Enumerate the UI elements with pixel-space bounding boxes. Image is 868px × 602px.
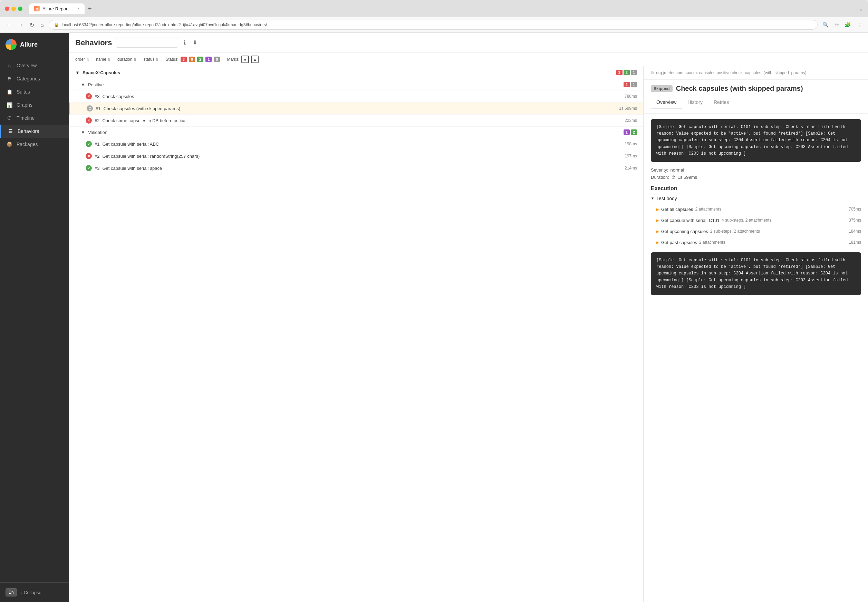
test-item-selected[interactable]: ⊘ #1 Check capsules (with skipped params… bbox=[69, 103, 643, 115]
behaviors-header: Behaviors ℹ ⬇ bbox=[69, 33, 868, 53]
step-name: Get capsule with serial: C101 bbox=[661, 218, 719, 223]
test-duration: 197ms bbox=[625, 154, 637, 158]
test-duration: 223ms bbox=[625, 118, 637, 123]
mark-stop-icon[interactable]: ■ bbox=[241, 55, 249, 63]
group-badge-failed: 3 bbox=[616, 70, 622, 75]
new-tab-button[interactable]: + bbox=[84, 4, 95, 14]
skipped-status-icon: ⊘ bbox=[87, 105, 93, 112]
subgroup-validation[interactable]: ▼ Validation 1 2 bbox=[69, 127, 643, 138]
subgroup-badge-failed: 2 bbox=[624, 82, 630, 88]
detail-body: [Sample: Get capsule with serial: C101 i… bbox=[644, 114, 868, 602]
close-traffic-light[interactable] bbox=[5, 6, 9, 11]
bookmark-icon[interactable]: ☆ bbox=[833, 20, 840, 29]
test-item[interactable]: ✕ #2 Check some capsules in DB before cr… bbox=[69, 115, 643, 127]
copy-icon[interactable]: ⧉ bbox=[651, 71, 654, 75]
test-item[interactable]: ✓ #1 Get capsule with serial: ABC 198ms bbox=[69, 138, 643, 150]
status-badge-skipped[interactable]: 0 bbox=[214, 57, 220, 62]
skipped-status-badge: Skipped bbox=[651, 85, 673, 92]
chevron-down-icon: ▼ bbox=[651, 197, 654, 200]
nav-actions: 🔍 ☆ 🧩 ⋮ bbox=[821, 20, 863, 29]
marks-label: Marks: bbox=[227, 57, 239, 62]
browser-tabs: A Allure Report × + bbox=[29, 3, 856, 14]
step-name: Get all capsules bbox=[661, 207, 693, 212]
step-item[interactable]: ▶ Get capsule with serial: C101 4 sub-st… bbox=[651, 215, 861, 226]
test-num: #1 bbox=[96, 106, 100, 111]
failed-status-icon: ✕ bbox=[86, 93, 92, 100]
status-badge-broken[interactable]: 0 bbox=[189, 57, 195, 62]
test-list: ▼ SpaceX-Capsules 3 2 1 ▼ Positive bbox=[69, 66, 644, 602]
behaviors-title: Behaviors bbox=[75, 38, 112, 47]
duration-label: Duration: bbox=[651, 175, 669, 180]
sidebar: Allure ⌂ Overview ⚑ Categories 📋 Suites … bbox=[0, 33, 69, 602]
search-input[interactable] bbox=[116, 38, 178, 48]
test-item[interactable]: ✓ #3 Get capsule with serial: space 214m… bbox=[69, 162, 643, 174]
maximize-traffic-light[interactable] bbox=[18, 6, 22, 11]
nav-back-button[interactable]: ← bbox=[5, 20, 13, 29]
status-badge-unknown[interactable]: 1 bbox=[206, 57, 212, 62]
subgroup-collapse-arrow: ▼ bbox=[81, 82, 85, 88]
sidebar-item-suites[interactable]: 📋 Suites bbox=[0, 85, 69, 98]
tab-close-button[interactable]: × bbox=[77, 6, 80, 11]
error-box-bottom: [Sample: Get capsule with serial: C101 i… bbox=[651, 252, 861, 295]
step-arrow-icon: ▶ bbox=[656, 230, 659, 233]
order-sort-icon: ⇅ bbox=[86, 58, 89, 61]
duration-value: 1s 599ms bbox=[678, 175, 697, 180]
browser-menu-icon[interactable]: ⋮ bbox=[855, 20, 863, 29]
filter-status-label: status bbox=[143, 57, 154, 62]
sidebar-item-behaviors[interactable]: ☰ Behaviors bbox=[0, 124, 69, 138]
step-item[interactable]: ▶ Get all capsules 2 attachments 705ms bbox=[651, 204, 861, 215]
tab-overview[interactable]: Overview bbox=[651, 97, 682, 108]
test-item[interactable]: ✕ #3 Check capsules 788ms bbox=[69, 91, 643, 103]
filter-duration[interactable]: duration ⇅ bbox=[117, 57, 137, 62]
browser-nav-bar: ← → ↻ ⌂ 🔒 localhost:63342/jmeter-allure-… bbox=[0, 17, 868, 33]
group-spacex-capsules[interactable]: ▼ SpaceX-Capsules 3 2 1 bbox=[69, 66, 643, 79]
status-badge-passed[interactable]: 2 bbox=[197, 57, 203, 62]
subgroup-badge-unknown: 1 bbox=[624, 129, 630, 135]
test-item[interactable]: ✕ #2 Get capsule with serial: randomStri… bbox=[69, 150, 643, 162]
download-icon[interactable]: ⬇ bbox=[191, 38, 198, 47]
extensions-icon[interactable]: 🧩 bbox=[843, 20, 853, 29]
nav-home-button[interactable]: ⌂ bbox=[39, 20, 45, 29]
collapse-button[interactable]: ‹ Collapse bbox=[20, 590, 41, 595]
severity-label: Severity: bbox=[651, 167, 668, 173]
duration-sort-icon: ⇅ bbox=[134, 58, 137, 61]
filter-name[interactable]: name ⇅ bbox=[96, 57, 111, 62]
filter-status[interactable]: status ⇅ bbox=[143, 57, 158, 62]
sidebar-label-timeline: Timeline bbox=[17, 115, 35, 121]
test-label: Get capsule with serial: ABC bbox=[102, 141, 159, 147]
step-detail: 2 sub-steps, 2 attachments bbox=[710, 229, 760, 234]
nav-refresh-button[interactable]: ↻ bbox=[28, 20, 35, 30]
failed-status-icon: ✕ bbox=[86, 153, 92, 159]
sidebar-item-overview[interactable]: ⌂ Overview bbox=[0, 59, 69, 72]
sidebar-item-categories[interactable]: ⚑ Categories bbox=[0, 72, 69, 85]
step-item[interactable]: ▶ Get upcoming capsules 2 sub-steps, 2 a… bbox=[651, 226, 861, 237]
detail-title: Check capsules (with skipped params) bbox=[676, 84, 803, 92]
step-name: Get upcoming capsules bbox=[661, 229, 708, 234]
group-badge-skipped: 1 bbox=[631, 70, 637, 75]
language-button[interactable]: En bbox=[6, 588, 17, 596]
status-badge-failed[interactable]: 3 bbox=[181, 57, 187, 62]
step-item[interactable]: ▶ Get past capsules 2 attachments 181ms bbox=[651, 237, 861, 248]
search-icon[interactable]: 🔍 bbox=[821, 20, 830, 29]
sidebar-item-timeline[interactable]: ⏱ Timeline bbox=[0, 112, 69, 124]
browser-tab-active[interactable]: A Allure Report × bbox=[29, 3, 84, 14]
sidebar-item-graphs[interactable]: 📊 Graphs bbox=[0, 98, 69, 112]
tab-menu-icon[interactable]: ⌄ bbox=[859, 6, 863, 12]
address-bar[interactable]: 🔒 localhost:63342/jmeter-allure-reportin… bbox=[49, 20, 817, 30]
tab-history[interactable]: History bbox=[682, 97, 708, 108]
nav-forward-button[interactable]: → bbox=[17, 20, 25, 29]
filter-order[interactable]: order ⇅ bbox=[75, 57, 89, 62]
step-arrow-icon: ▶ bbox=[656, 218, 659, 222]
sidebar-label-categories: Categories bbox=[17, 76, 40, 81]
step-duration: 184ms bbox=[849, 229, 861, 234]
info-icon[interactable]: ℹ bbox=[182, 38, 187, 47]
sidebar-logo: Allure bbox=[0, 33, 69, 56]
minimize-traffic-light[interactable] bbox=[11, 6, 16, 11]
flag-icon: ⚑ bbox=[6, 76, 12, 81]
collapse-label: Collapse bbox=[24, 590, 41, 595]
sidebar-item-packages[interactable]: 📦 Packages bbox=[0, 138, 69, 151]
tab-retries[interactable]: Retries bbox=[708, 97, 734, 108]
subgroup-positive[interactable]: ▼ Positive 2 1 bbox=[69, 79, 643, 91]
mark-warn-icon[interactable]: ▲ bbox=[251, 55, 259, 63]
test-body-subsection[interactable]: ▼ Test body bbox=[651, 196, 861, 201]
